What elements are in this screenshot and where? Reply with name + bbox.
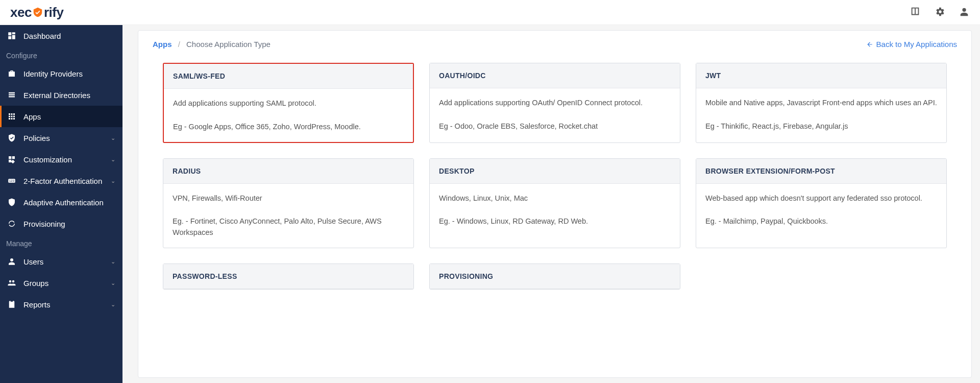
clipboard-icon bbox=[7, 300, 16, 309]
breadcrumb-row: Apps / Choose Application Type Back to M… bbox=[153, 40, 957, 49]
card-oauth[interactable]: OAUTH/OIDC Add applications supporting O… bbox=[429, 63, 680, 143]
panel: Apps / Choose Application Type Back to M… bbox=[138, 30, 972, 378]
sidebar-label: Reports bbox=[23, 300, 51, 309]
sidebar-item-groups[interactable]: Groups ⌄ bbox=[0, 272, 122, 294]
sidebar-label: Customization bbox=[23, 155, 72, 164]
sidebar-label: Apps bbox=[23, 112, 41, 121]
card-eg: Eg - Thinkific, React.js, Firebase, Angu… bbox=[705, 121, 937, 132]
sidebar-label: Policies bbox=[23, 134, 50, 142]
chevron-down-icon: ⌄ bbox=[111, 135, 115, 141]
card-desktop[interactable]: DESKTOP Windows, Linux, Unix, Mac Eg. - … bbox=[429, 158, 680, 248]
sidebar: Dashboard Configure Identity Providers E… bbox=[0, 25, 122, 383]
card-title: PROVISIONING bbox=[430, 264, 680, 289]
sidebar-heading-manage: Manage bbox=[0, 234, 122, 251]
logo-shield-icon bbox=[32, 7, 43, 18]
sidebar-label: Identity Providers bbox=[23, 69, 83, 78]
logo-text-pre: xec bbox=[10, 5, 32, 20]
card-jwt[interactable]: JWT Mobile and Native apps, Javascript F… bbox=[696, 63, 947, 143]
logo-text-post: rify bbox=[44, 5, 63, 20]
sidebar-item-idp[interactable]: Identity Providers bbox=[0, 63, 122, 84]
widgets-icon bbox=[7, 155, 16, 164]
sidebar-item-policies[interactable]: Policies ⌄ bbox=[0, 127, 122, 149]
sidebar-label: Provisioning bbox=[23, 220, 65, 228]
chevron-down-icon: ⌄ bbox=[111, 280, 115, 286]
card-eg: Eg. - Fortinet, Cisco AnyConnect, Palo A… bbox=[173, 216, 404, 238]
user-icon[interactable] bbox=[959, 6, 970, 19]
sidebar-item-apps[interactable]: Apps bbox=[0, 106, 122, 127]
arrow-left-icon bbox=[866, 41, 873, 48]
sidebar-label: Adaptive Authentication bbox=[23, 198, 104, 207]
chevron-down-icon: ⌄ bbox=[111, 178, 115, 184]
chevron-down-icon: ⌄ bbox=[111, 301, 115, 308]
card-desc: Web-based app which doesn't support any … bbox=[705, 193, 937, 204]
card-desc: Mobile and Native apps, Javascript Front… bbox=[705, 98, 937, 109]
card-title: DESKTOP bbox=[430, 159, 680, 184]
card-eg: Eg - Google Apps, Office 365, Zoho, Word… bbox=[173, 122, 404, 133]
chevron-down-icon: ⌄ bbox=[111, 156, 115, 163]
shield-icon bbox=[7, 198, 16, 207]
card-radius[interactable]: RADIUS VPN, Firewalls, Wifi-Router Eg. -… bbox=[163, 158, 414, 248]
card-desc: Windows, Linux, Unix, Mac bbox=[439, 193, 671, 204]
card-pwless[interactable]: PASSWORD-LESS bbox=[163, 264, 414, 290]
card-title: SAML/WS-FED bbox=[164, 64, 413, 89]
person-icon bbox=[7, 257, 16, 266]
back-link[interactable]: Back to My Applications bbox=[866, 40, 957, 49]
sidebar-label: Dashboard bbox=[23, 32, 61, 40]
card-title: OAUTH/OIDC bbox=[430, 63, 680, 88]
breadcrumb-apps[interactable]: Apps bbox=[153, 40, 172, 49]
card-desc: Add applications supporting SAML protoco… bbox=[173, 98, 404, 109]
breadcrumb-current: Choose Application Type bbox=[186, 40, 271, 49]
sidebar-label: Users bbox=[23, 257, 43, 266]
sidebar-item-customization[interactable]: Customization ⌄ bbox=[0, 149, 122, 170]
card-title: JWT bbox=[696, 63, 946, 88]
card-prov[interactable]: PROVISIONING bbox=[429, 264, 680, 290]
apps-icon bbox=[7, 112, 16, 121]
card-desc: Add applications supporting OAuth/ OpenI… bbox=[439, 98, 671, 109]
cards-grid: SAML/WS-FED Add applications supporting … bbox=[153, 63, 957, 290]
people-icon bbox=[7, 278, 16, 288]
card-desc: VPN, Firewalls, Wifi-Router bbox=[173, 193, 404, 204]
card-eg: Eg. - Mailchimp, Paypal, Quickbooks. bbox=[705, 216, 937, 227]
card-title: RADIUS bbox=[163, 159, 413, 184]
gear-icon[interactable] bbox=[934, 6, 945, 19]
sidebar-item-provisioning[interactable]: Provisioning bbox=[0, 213, 122, 234]
svg-text:123: 123 bbox=[9, 179, 15, 182]
book-icon[interactable] bbox=[910, 6, 921, 19]
sidebar-label: 2-Factor Authentication bbox=[23, 177, 102, 185]
sync-icon bbox=[7, 219, 16, 228]
pin-icon: 123 bbox=[7, 176, 16, 185]
topbar: xec rify bbox=[0, 0, 980, 25]
back-link-label: Back to My Applications bbox=[876, 40, 957, 49]
card-eg: Eg - Odoo, Oracle EBS, Salesforce, Rocke… bbox=[439, 121, 671, 132]
card-saml[interactable]: SAML/WS-FED Add applications supporting … bbox=[163, 63, 414, 143]
main-content: Apps / Choose Application Type Back to M… bbox=[122, 25, 980, 383]
dashboard-icon bbox=[7, 31, 16, 40]
sidebar-item-users[interactable]: Users ⌄ bbox=[0, 251, 122, 272]
sidebar-item-extdir[interactable]: External Directories bbox=[0, 84, 122, 106]
list-icon bbox=[7, 90, 16, 100]
topbar-icons bbox=[910, 6, 970, 19]
card-browser[interactable]: BROWSER EXTENSION/FORM-POST Web-based ap… bbox=[696, 158, 947, 248]
card-title: BROWSER EXTENSION/FORM-POST bbox=[696, 159, 946, 184]
card-title: PASSWORD-LESS bbox=[163, 264, 413, 289]
shield-check-icon bbox=[7, 133, 16, 142]
sidebar-item-reports[interactable]: Reports ⌄ bbox=[0, 294, 122, 315]
sidebar-item-dashboard[interactable]: Dashboard bbox=[0, 25, 122, 46]
chevron-down-icon: ⌄ bbox=[111, 258, 115, 265]
sidebar-label: Groups bbox=[23, 279, 48, 288]
sidebar-item-2fa[interactable]: 123 2-Factor Authentication ⌄ bbox=[0, 170, 122, 192]
sidebar-label: External Directories bbox=[23, 91, 90, 100]
sidebar-item-adaptive[interactable]: Adaptive Authentication bbox=[0, 192, 122, 213]
breadcrumb-sep: / bbox=[178, 40, 180, 49]
logo[interactable]: xec rify bbox=[10, 5, 63, 20]
briefcase-icon bbox=[7, 69, 16, 78]
card-eg: Eg. - Windows, Linux, RD Gateway, RD Web… bbox=[439, 216, 671, 227]
breadcrumb: Apps / Choose Application Type bbox=[153, 40, 271, 49]
sidebar-heading-configure: Configure bbox=[0, 46, 122, 63]
